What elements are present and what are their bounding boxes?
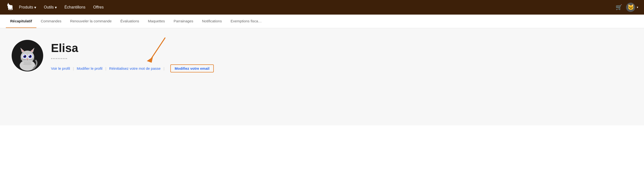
- tab-maquettes[interactable]: Maquettes: [144, 15, 169, 28]
- topnav-left: Produits ▾ Outils ▾ Échantillons Offres: [6, 3, 107, 12]
- svg-rect-6: [12, 8, 12, 10]
- svg-rect-3: [8, 8, 9, 10]
- tab-evaluations[interactable]: Évaluations: [116, 15, 144, 28]
- horse-logo-icon[interactable]: [6, 3, 14, 12]
- reset-password-link[interactable]: Réinitialisez votre mot de passe: [109, 66, 161, 71]
- tab-parrainages[interactable]: Parrainages: [169, 15, 198, 28]
- topnav-right: 🛒 🐱 ▾: [616, 3, 638, 12]
- top-navigation: Produits ▾ Outils ▾ Échantillons Offres …: [0, 0, 644, 15]
- profile-section: Elisa •••••••••• Voir le profil | Modifi…: [12, 40, 632, 72]
- nav-produits[interactable]: Produits ▾: [16, 3, 40, 12]
- nav-outils[interactable]: Outils ▾: [40, 3, 60, 12]
- produits-chevron-icon: ▾: [34, 5, 36, 10]
- view-profile-link[interactable]: Voir le profil: [51, 66, 70, 71]
- change-email-button[interactable]: Modifiez votre email: [170, 64, 214, 72]
- svg-rect-5: [11, 8, 12, 10]
- svg-point-22: [29, 55, 30, 56]
- avatar: [12, 40, 43, 71]
- user-avatar-nav: 🐱: [626, 3, 635, 12]
- svg-point-23: [27, 59, 28, 60]
- sub-navigation: Récapitulatif Commandes Renouveler la co…: [0, 15, 644, 28]
- profile-info: Elisa •••••••••• Voir le profil | Modifi…: [51, 40, 214, 72]
- svg-point-21: [24, 55, 24, 56]
- profile-name: Elisa: [51, 42, 214, 55]
- profile-links: Voir le profil | Modifier le profil | Ré…: [51, 64, 214, 72]
- user-dropdown[interactable]: 🐱 ▾: [626, 3, 638, 12]
- tab-commandes[interactable]: Commandes: [36, 15, 66, 28]
- svg-marker-8: [8, 3, 9, 4]
- svg-point-7: [7, 4, 9, 6]
- tab-recapitulatif[interactable]: Récapitulatif: [6, 15, 36, 28]
- cart-icon[interactable]: 🛒: [616, 4, 622, 11]
- edit-profile-link[interactable]: Modifier le profil: [77, 66, 102, 71]
- separator-2: |: [105, 66, 106, 71]
- svg-rect-4: [10, 8, 10, 10]
- nav-echantillons[interactable]: Échantillons: [61, 3, 89, 12]
- tab-exemptions[interactable]: Exemptions fisca…: [226, 15, 266, 28]
- outils-label: Outils: [44, 5, 54, 10]
- produits-label: Produits: [19, 5, 33, 10]
- separator-3: |: [164, 66, 164, 71]
- profile-email: ••••••••••: [51, 57, 214, 61]
- separator-1: |: [73, 66, 74, 71]
- main-content: Elisa •••••••••• Voir le profil | Modifi…: [0, 28, 644, 125]
- offres-label: Offres: [93, 5, 104, 10]
- outils-chevron-icon: ▾: [55, 5, 57, 10]
- tab-renouveler[interactable]: Renouveler la commande: [66, 15, 116, 28]
- user-chevron-icon: ▾: [637, 6, 638, 9]
- echantillons-label: Échantillons: [64, 5, 86, 10]
- tab-notifications[interactable]: Notifications: [198, 15, 226, 28]
- topnav-menu: Produits ▾ Outils ▾ Échantillons Offres: [16, 3, 107, 12]
- nav-offres[interactable]: Offres: [90, 3, 107, 12]
